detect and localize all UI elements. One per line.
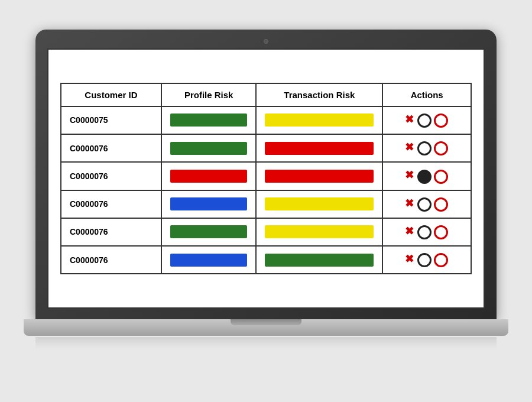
circle-red-icon[interactable] (434, 225, 448, 239)
delete-x-icon[interactable]: ✖ (405, 114, 414, 125)
actions-cell: ✖ (382, 106, 471, 134)
customer-id-cell: C0000076 (61, 162, 161, 190)
laptop-hinge (231, 319, 301, 325)
delete-x-icon[interactable]: ✖ (405, 141, 414, 153)
delete-x-icon[interactable]: ✖ (405, 169, 414, 181)
profile-risk-cell (161, 246, 256, 274)
delete-x-icon[interactable]: ✖ (405, 225, 414, 237)
circle-red-icon[interactable] (434, 114, 448, 128)
actions-cell: ✖ (382, 134, 471, 162)
circle-empty-icon[interactable] (417, 225, 432, 239)
col-header-transaction-risk: Transaction Risk (256, 83, 382, 106)
profile-risk-bar (170, 142, 247, 155)
table-row: C0000076✖ (61, 134, 471, 162)
customer-id-cell: C0000076 (61, 190, 161, 218)
profile-risk-cell (161, 218, 256, 246)
profile-risk-cell (161, 162, 256, 190)
customer-id-cell: C0000075 (61, 106, 161, 134)
circle-empty-icon[interactable] (417, 253, 432, 267)
transaction-risk-bar (265, 197, 374, 210)
transaction-risk-bar (265, 170, 374, 183)
actions-cell: ✖ (382, 190, 471, 218)
customer-id-cell: C0000076 (61, 134, 161, 162)
transaction-risk-bar (265, 225, 374, 238)
circle-red-icon[interactable] (434, 141, 448, 155)
profile-risk-cell (161, 134, 256, 162)
table-row: C0000076✖ (61, 246, 471, 274)
risk-table: Customer ID Profile Risk Transaction Ris… (60, 83, 472, 275)
delete-x-icon[interactable]: ✖ (405, 197, 414, 209)
customer-id-cell: C0000076 (61, 218, 161, 246)
profile-risk-bar (170, 197, 247, 210)
delete-x-icon[interactable]: ✖ (405, 253, 414, 265)
laptop-screen-outer: Customer ID Profile Risk Transaction Ris… (35, 30, 497, 319)
actions-cell: ✖ (382, 246, 471, 274)
actions-cell: ✖ (382, 218, 471, 246)
transaction-risk-bar (265, 114, 374, 127)
actions-cell: ✖ (382, 162, 471, 190)
profile-risk-cell (161, 190, 256, 218)
transaction-risk-cell (256, 218, 382, 246)
table-row: C0000075✖ (61, 106, 471, 134)
table-wrapper: Customer ID Profile Risk Transaction Ris… (48, 50, 484, 307)
transaction-risk-bar (265, 254, 374, 267)
profile-risk-bar (170, 254, 247, 267)
table-row: C0000076✖ (61, 218, 471, 246)
circle-red-icon[interactable] (434, 197, 448, 212)
circle-filled-icon[interactable] (417, 170, 432, 184)
circle-empty-icon[interactable] (417, 197, 432, 212)
circle-red-icon[interactable] (434, 253, 448, 267)
laptop-base (24, 319, 508, 336)
col-header-customer-id: Customer ID (61, 83, 161, 106)
laptop-camera (264, 39, 268, 44)
transaction-risk-bar (265, 142, 374, 155)
col-header-profile-risk: Profile Risk (161, 83, 256, 106)
table-row: C0000076✖ (61, 162, 471, 190)
circle-empty-icon[interactable] (417, 114, 432, 128)
laptop-screen-bezel: Customer ID Profile Risk Transaction Ris… (47, 48, 485, 309)
table-row: C0000076✖ (61, 190, 471, 218)
circle-red-icon[interactable] (434, 170, 448, 184)
col-header-actions: Actions (382, 83, 471, 106)
profile-risk-cell (161, 106, 256, 134)
laptop-reflection (35, 337, 497, 349)
profile-risk-bar (170, 225, 247, 238)
transaction-risk-cell (256, 190, 382, 218)
transaction-risk-cell (256, 106, 382, 134)
profile-risk-bar (170, 114, 247, 127)
customer-id-cell: C0000076 (61, 246, 161, 274)
profile-risk-bar (170, 170, 247, 183)
transaction-risk-cell (256, 134, 382, 162)
transaction-risk-cell (256, 162, 382, 190)
transaction-risk-cell (256, 246, 382, 274)
laptop-container: Customer ID Profile Risk Transaction Ris… (35, 30, 497, 372)
circle-empty-icon[interactable] (417, 141, 432, 155)
